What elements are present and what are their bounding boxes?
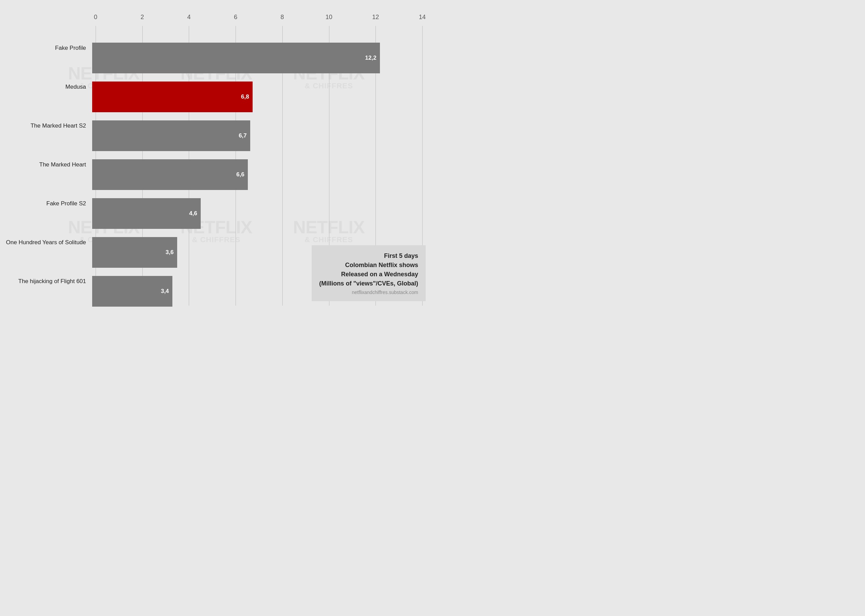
bar-value: 4,6 <box>189 210 197 217</box>
x-tick-2: 2 <box>141 14 144 21</box>
x-tick-12: 12 <box>372 14 379 21</box>
x-tick-6: 6 <box>234 14 237 21</box>
x-axis: 02468101214 <box>96 14 422 23</box>
bar-row: Fake Profile12,2 <box>3 29 422 67</box>
bar-track: 4,6 <box>92 185 422 222</box>
bar-label: The Marked Heart S2 <box>3 123 92 129</box>
bar-row: Fake Profile S24,6 <box>3 185 422 222</box>
bar-value: 6,7 <box>239 132 247 139</box>
legend-line1: First 5 days <box>384 252 418 259</box>
bar-label: Fake Profile <box>3 45 92 52</box>
bar-value: 3,4 <box>161 288 169 295</box>
bar-label: One Hundred Years of Solitude <box>3 239 92 246</box>
bar-track: 12,2 <box>92 29 422 67</box>
bar-row: The Marked Heart6,6 <box>3 146 422 184</box>
bar-label: Medusa <box>3 83 92 90</box>
bar-row: Medusa6,8 <box>3 68 422 106</box>
bar-track: 6,8 <box>92 68 422 106</box>
legend-box: First 5 days Colombian Netflix shows Rel… <box>312 245 426 301</box>
legend-title: First 5 days Colombian Netflix shows Rel… <box>319 251 418 288</box>
x-tick-10: 10 <box>326 14 332 21</box>
bar-value: 6,8 <box>241 93 249 100</box>
x-tick-4: 4 <box>187 14 191 21</box>
bar-track: 6,6 <box>92 146 422 184</box>
x-tick-8: 8 <box>280 14 284 21</box>
legend-line4: (Millions of "views"/CVEs, Global) <box>319 280 418 287</box>
legend-source: netflixandchiffres.substack.com <box>319 289 418 295</box>
x-tick-0: 0 <box>94 14 97 21</box>
bar-label: The Marked Heart <box>3 161 92 168</box>
bar-label: Fake Profile S2 <box>3 200 92 207</box>
bar-value: 12,2 <box>365 55 377 61</box>
legend-line2: Colombian Netflix shows <box>345 262 418 269</box>
bar-track: 6,7 <box>92 107 422 145</box>
bar-row: The Marked Heart S26,7 <box>3 107 422 145</box>
chart-container: NETFLIX & CHIFFRES NETFLIX & CHIFFRES NE… <box>0 0 433 308</box>
bar-label: The hijacking of Flight 601 <box>3 278 92 285</box>
x-tick-14: 14 <box>419 14 426 21</box>
bar-fill: 3,4 <box>92 276 172 306</box>
legend-line3: Released on a Wednesday <box>341 271 418 278</box>
bar-value: 6,6 <box>236 171 244 178</box>
bar-value: 3,6 <box>165 249 174 256</box>
